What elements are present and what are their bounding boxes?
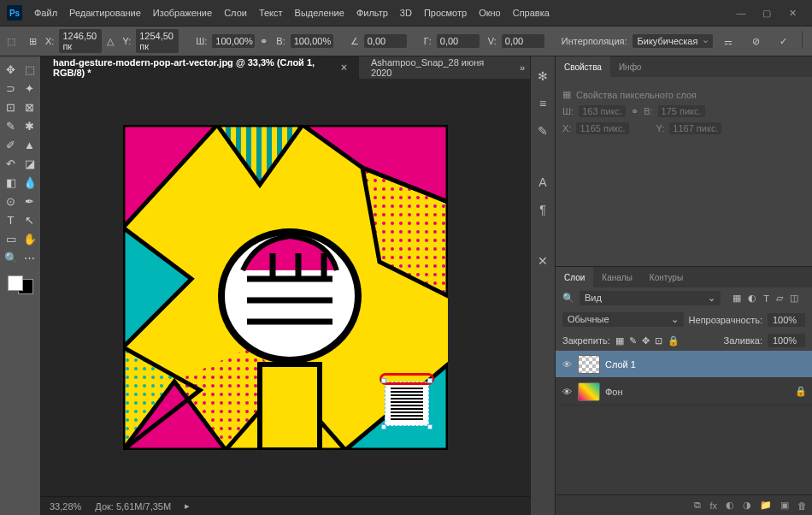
type-tool[interactable]: T — [2, 210, 21, 229]
interp-select[interactable]: Бикубическая — [633, 34, 714, 48]
transform-tool-icon[interactable]: ⬚ — [7, 31, 15, 51]
y-value[interactable]: 1254,50 пк — [136, 29, 179, 53]
link-layers-icon[interactable]: ⧉ — [694, 500, 701, 511]
color-swatch[interactable] — [6, 274, 35, 296]
layer-name[interactable]: Фон — [605, 387, 623, 397]
lock-transparency-icon[interactable]: ▦ — [615, 335, 624, 346]
menu-image[interactable]: Изображение — [153, 8, 212, 19]
menu-view[interactable]: Просмотр — [424, 8, 467, 19]
type-panel-icon[interactable]: A — [533, 173, 552, 192]
warp-icon[interactable]: ⚎ — [718, 31, 738, 51]
heal-tool[interactable]: ✱ — [21, 116, 39, 135]
cancel-transform-icon[interactable]: ⊘ — [745, 31, 766, 51]
brush-tool[interactable]: ✐ — [2, 135, 21, 154]
zoom-tool[interactable]: 🔍 — [2, 248, 21, 267]
opacity-value[interactable]: 100% — [768, 313, 805, 327]
marquee-tool[interactable]: ⬚ — [21, 60, 39, 79]
menu-type[interactable]: Текст — [259, 8, 283, 19]
magic-wand-tool[interactable]: ✦ — [21, 79, 39, 98]
search-icon[interactable]: 🔍 — [562, 293, 574, 304]
dodge-tool[interactable]: ⊙ — [2, 192, 21, 210]
lasso-tool[interactable]: ⊃ — [2, 79, 21, 98]
menu-window[interactable]: Окно — [479, 8, 501, 19]
layer-row[interactable]: 👁 Фон 🔒 — [556, 378, 812, 405]
tab-layers[interactable]: Слои — [556, 267, 593, 287]
paragraph-panel-icon[interactable]: ¶ — [533, 200, 552, 219]
angle-value[interactable]: 0,00 — [364, 34, 407, 48]
path-select-tool[interactable]: ↖ — [21, 210, 39, 229]
tab-close-icon[interactable]: × — [341, 62, 347, 74]
canvas-viewport[interactable] — [41, 79, 530, 496]
mask-icon[interactable]: ◐ — [726, 500, 734, 511]
layer-name[interactable]: Слой 1 — [605, 359, 636, 370]
pen-tool[interactable]: ✒ — [21, 192, 39, 210]
maximize-button[interactable]: ▢ — [754, 3, 780, 22]
eraser-tool[interactable]: ◪ — [21, 154, 39, 173]
menu-3d[interactable]: 3D — [400, 8, 412, 19]
lock-icon[interactable]: 🔒 — [795, 386, 807, 397]
menu-edit[interactable]: Редактирование — [69, 8, 141, 19]
gear-icon[interactable]: ✻ — [533, 67, 552, 86]
brush-panel-icon[interactable]: ✎ — [533, 121, 552, 140]
menu-file[interactable]: Файл — [34, 8, 57, 19]
filter-smart-icon[interactable]: ◫ — [790, 293, 798, 304]
menu-layers[interactable]: Слои — [224, 8, 247, 19]
filter-adjust-icon[interactable]: ◐ — [748, 293, 756, 304]
fg-color-swatch[interactable] — [8, 275, 23, 291]
group-icon[interactable]: 📁 — [760, 500, 772, 511]
prop-x-value[interactable]: 1165 пикс. — [576, 122, 628, 134]
layer-filter-select[interactable]: Вид⌄ — [580, 291, 721, 305]
tab-inactive[interactable]: Ashampoo_Snap_28 июня 2020 — [359, 56, 511, 79]
transform-handle[interactable] — [427, 424, 432, 429]
tab-channels[interactable]: Каналы — [593, 267, 641, 287]
prop-w-value[interactable]: 163 пикс. — [579, 105, 626, 117]
shape-tool[interactable]: ▭ — [2, 229, 21, 248]
layer-thumbnail[interactable] — [578, 382, 600, 401]
frame-tool[interactable]: ⊠ — [21, 98, 39, 116]
transform-handle[interactable] — [381, 424, 386, 429]
blend-mode-select[interactable]: Обычные⌄ — [562, 312, 684, 327]
prop-y-value[interactable]: 1167 пикс. — [669, 122, 721, 134]
filter-pixel-icon[interactable]: ▦ — [733, 293, 741, 304]
commit-transform-icon[interactable]: ✓ — [773, 31, 793, 51]
lock-artboard-icon[interactable]: ⊡ — [655, 335, 662, 346]
adjustment-icon[interactable]: ◑ — [743, 500, 751, 511]
crop-tool[interactable]: ⊡ — [2, 98, 21, 116]
tab-active[interactable]: hand-gesture-modern-pop-art-vector.jpg @… — [41, 56, 359, 79]
lock-position-icon[interactable]: ✥ — [642, 335, 650, 346]
zoom-level[interactable]: 33,28% — [50, 501, 81, 512]
blur-tool[interactable]: 💧 — [21, 173, 39, 192]
layer-row[interactable]: 👁 Слой 1 — [556, 351, 812, 378]
align-icon[interactable]: ≡ — [533, 94, 552, 113]
hskew-value[interactable]: 0,00 — [437, 34, 480, 48]
tab-info[interactable]: Инфо — [610, 56, 650, 77]
visibility-icon[interactable]: 👁 — [561, 387, 573, 397]
fx-icon[interactable]: fx — [709, 500, 717, 511]
h-value[interactable]: 100,00% — [291, 34, 333, 48]
swap-xy-icon[interactable]: △ — [107, 31, 114, 51]
anchor-grid-icon[interactable]: ⊞ — [29, 31, 37, 51]
delete-layer-icon[interactable]: 🗑 — [797, 500, 807, 511]
hand-tool[interactable]: ✋ — [21, 229, 39, 248]
qr-code-layer[interactable] — [385, 382, 429, 426]
lock-all-icon[interactable]: 🔒 — [668, 335, 680, 346]
more-tools[interactable]: ⋯ — [21, 248, 39, 267]
visibility-icon[interactable]: 👁 — [561, 359, 573, 370]
filter-type-icon[interactable]: T — [763, 293, 769, 304]
vskew-value[interactable]: 0,00 — [502, 34, 544, 48]
layer-thumbnail[interactable] — [578, 355, 600, 374]
canvas[interactable] — [123, 125, 448, 450]
status-arrow-icon[interactable]: ▸ — [185, 500, 190, 512]
fill-value[interactable]: 100% — [768, 334, 805, 347]
history-brush-tool[interactable]: ↶ — [2, 154, 21, 173]
move-tool[interactable]: ✥ — [2, 60, 21, 79]
minimize-button[interactable]: ― — [728, 3, 754, 22]
menu-help[interactable]: Справка — [513, 8, 550, 19]
transform-handle[interactable] — [427, 378, 432, 383]
tab-paths[interactable]: Контуры — [641, 267, 691, 287]
transform-handle[interactable] — [381, 378, 386, 383]
w-value[interactable]: 100,00% — [212, 34, 255, 48]
new-layer-icon[interactable]: ▣ — [780, 500, 789, 511]
link-wh-icon[interactable]: ⚭ — [260, 31, 268, 51]
tools-panel-icon[interactable]: ✕ — [533, 252, 552, 270]
